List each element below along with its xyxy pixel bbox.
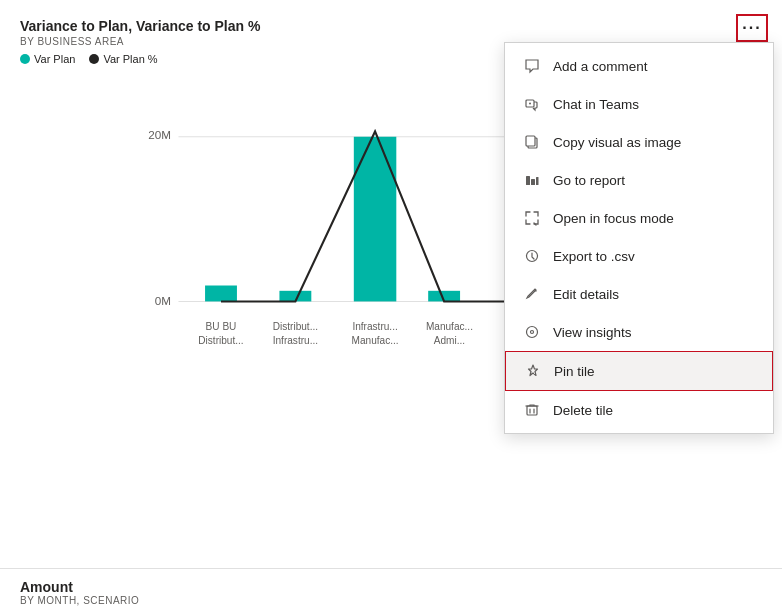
card-container: Variance to Plan, Variance to Plan % BY … — [0, 0, 782, 612]
legend-label-var-plan: Var Plan — [34, 53, 75, 65]
edit-icon — [523, 285, 541, 303]
svg-rect-19 — [526, 136, 535, 146]
legend-label-var-plan-pct: Var Plan % — [103, 53, 157, 65]
menu-item-export-csv[interactable]: Export to .csv — [505, 237, 773, 275]
menu-item-view-insights[interactable]: View insights — [505, 313, 773, 351]
menu-item-add-comment[interactable]: Add a comment — [505, 47, 773, 85]
copy-icon — [523, 133, 541, 151]
teams-icon — [523, 95, 541, 113]
svg-text:Manufac...: Manufac... — [352, 335, 399, 346]
menu-label-chat-in-teams: Chat in Teams — [553, 97, 639, 112]
svg-point-25 — [531, 331, 534, 334]
bar-bu-bu — [205, 286, 237, 302]
menu-item-focus-mode[interactable]: Open in focus mode — [505, 199, 773, 237]
menu-label-pin-tile: Pin tile — [554, 364, 595, 379]
bottom-subtitle: BY MONTH, SCENARIO — [20, 595, 762, 606]
delete-icon — [523, 401, 541, 419]
svg-text:Admi...: Admi... — [434, 335, 465, 346]
svg-point-17 — [529, 103, 531, 105]
chart-section: Variance to Plan, Variance to Plan % BY … — [0, 0, 782, 569]
menu-item-edit-details[interactable]: Edit details — [505, 275, 773, 313]
svg-text:Distribut...: Distribut... — [198, 335, 243, 346]
svg-point-24 — [527, 327, 538, 338]
pin-icon — [524, 362, 542, 380]
comment-icon — [523, 57, 541, 75]
svg-rect-22 — [536, 177, 539, 185]
legend-item-var-plan: Var Plan — [20, 53, 75, 65]
menu-item-pin-tile[interactable]: Pin tile — [505, 351, 773, 391]
focus-icon — [523, 209, 541, 227]
menu-label-go-to-report: Go to report — [553, 173, 625, 188]
menu-label-export-csv: Export to .csv — [553, 249, 635, 264]
insights-icon — [523, 323, 541, 341]
menu-label-delete-tile: Delete tile — [553, 403, 613, 418]
menu-item-delete-tile[interactable]: Delete tile — [505, 391, 773, 429]
menu-label-focus-mode: Open in focus mode — [553, 211, 674, 226]
report-icon — [523, 171, 541, 189]
menu-label-view-insights: View insights — [553, 325, 632, 340]
svg-text:Manufac...: Manufac... — [426, 321, 473, 332]
svg-text:Distribut...: Distribut... — [273, 321, 318, 332]
svg-text:Infrastru...: Infrastru... — [352, 321, 397, 332]
svg-rect-20 — [526, 176, 530, 185]
svg-rect-21 — [531, 179, 535, 185]
menu-item-chat-in-teams[interactable]: Chat in Teams — [505, 85, 773, 123]
legend-item-var-plan-pct: Var Plan % — [89, 53, 157, 65]
chart-title: Variance to Plan, Variance to Plan % — [20, 18, 762, 34]
more-button[interactable]: ··· — [736, 14, 768, 42]
menu-label-copy-visual: Copy visual as image — [553, 135, 681, 150]
legend-dot-var-plan — [20, 54, 30, 64]
bottom-section: Amount BY MONTH, SCENARIO — [0, 569, 782, 612]
svg-text:20M: 20M — [148, 128, 171, 141]
menu-label-edit-details: Edit details — [553, 287, 619, 302]
svg-text:BU BU: BU BU — [206, 321, 237, 332]
svg-text:0M: 0M — [155, 294, 171, 307]
context-menu: Add a comment Chat in Teams — [504, 42, 774, 434]
svg-text:Infrastru...: Infrastru... — [273, 335, 318, 346]
export-icon — [523, 247, 541, 265]
svg-rect-26 — [527, 406, 537, 415]
menu-item-copy-visual[interactable]: Copy visual as image — [505, 123, 773, 161]
bottom-title: Amount — [20, 579, 762, 595]
menu-item-go-to-report[interactable]: Go to report — [505, 161, 773, 199]
legend-dot-var-plan-pct — [89, 54, 99, 64]
menu-label-add-comment: Add a comment — [553, 59, 648, 74]
